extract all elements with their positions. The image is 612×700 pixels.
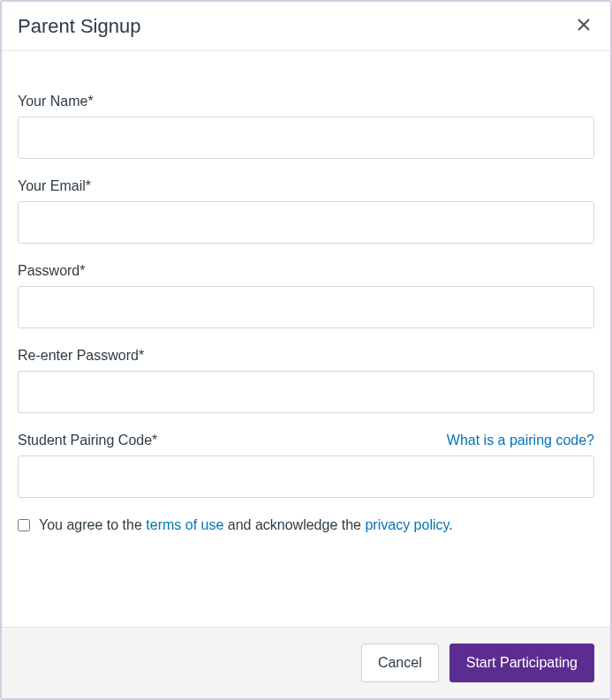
parent-signup-modal: Parent Signup Your Name* Your Email*: [0, 0, 612, 700]
agree-text: You agree to the terms of use and acknow…: [39, 517, 453, 533]
cancel-button[interactable]: Cancel: [361, 644, 439, 682]
password-input[interactable]: [18, 286, 594, 328]
close-button[interactable]: [573, 14, 594, 38]
modal-body: Your Name* Your Email* Password* Re-ente…: [2, 51, 610, 627]
field-repassword: Re-enter Password*: [18, 348, 594, 413]
terms-link[interactable]: terms of use: [146, 517, 223, 532]
modal-title: Parent Signup: [18, 15, 140, 38]
agree-mid: and acknowledge the: [223, 517, 365, 532]
repassword-label: Re-enter Password*: [18, 348, 144, 364]
agree-row: You agree to the terms of use and acknow…: [18, 517, 594, 533]
pairing-label: Student Pairing Code*: [18, 433, 157, 448]
password-label: Password*: [18, 263, 85, 279]
agree-suffix: .: [449, 517, 452, 532]
field-name: Your Name*: [18, 94, 594, 159]
email-label: Your Email*: [18, 178, 91, 194]
field-email: Your Email*: [18, 178, 594, 244]
name-label: Your Name*: [18, 94, 94, 109]
privacy-link[interactable]: privacy policy: [365, 517, 449, 532]
field-pairing: Student Pairing Code* What is a pairing …: [18, 433, 594, 498]
modal-footer: Cancel Start Participating: [2, 627, 610, 698]
pairing-help-link[interactable]: What is a pairing code?: [447, 433, 594, 448]
pairing-input[interactable]: [18, 455, 594, 498]
repassword-input[interactable]: [18, 371, 594, 413]
close-icon: [577, 18, 591, 34]
email-input[interactable]: [18, 201, 594, 244]
submit-button[interactable]: Start Participating: [450, 644, 594, 682]
field-password: Password*: [18, 263, 594, 328]
agree-prefix: You agree to the: [39, 517, 146, 532]
agree-checkbox[interactable]: [18, 519, 30, 531]
modal-header: Parent Signup: [2, 2, 610, 51]
name-input[interactable]: [18, 117, 594, 159]
